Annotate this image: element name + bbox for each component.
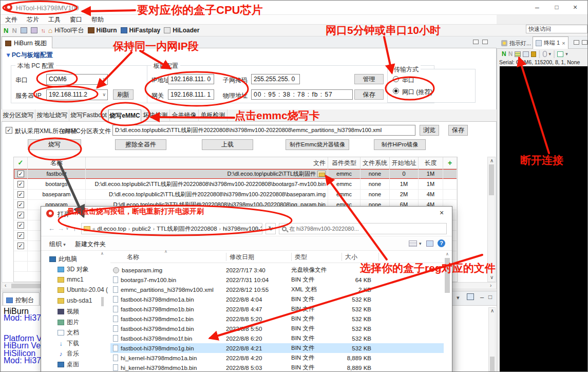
tab-hiburn-view[interactable]: HiBurn 视图 <box>2 36 52 48</box>
table-row-bootargs[interactable]: ✓ bootargs D:\dl.ecoo.top\public2\TTL线刷固… <box>14 179 457 190</box>
netmask-input[interactable]: 255.255.255. 0 <box>251 74 300 84</box>
board-config-icon[interactable] <box>31 27 37 33</box>
sidebar-item-this-pc[interactable]: 此电脑 <box>49 255 77 264</box>
browse-file-icon[interactable] <box>317 171 326 177</box>
col-file[interactable]: 文件 <box>86 157 328 169</box>
tab-partition-burn[interactable]: 按分区烧写 <box>2 109 35 122</box>
row-checkbox[interactable]: ✓ <box>17 181 24 188</box>
row-checkbox[interactable]: ✓ <box>17 243 24 249</box>
save-partition-button[interactable]: 保存 <box>448 125 468 136</box>
minimize-view-icon[interactable] <box>473 40 479 44</box>
manage-button[interactable]: 管理 <box>354 74 384 84</box>
connect-icon[interactable]: N <box>502 50 506 58</box>
crumb-item[interactable]: dl.ecoo.top <box>98 226 126 232</box>
erase-all-button[interactable]: 擦除全器件 <box>115 139 166 150</box>
transfer-icon[interactable]: ↑↓ <box>41 27 45 33</box>
sidebar-item-documents[interactable]: 文档 <box>58 328 79 337</box>
hiburn-button[interactable]: HiBurn <box>88 27 117 34</box>
disconnect-icon[interactable]: N <box>508 50 513 58</box>
tab-address-burn[interactable]: 按地址烧写 <box>35 109 69 122</box>
clear-screen-icon[interactable] <box>523 51 529 57</box>
sidebar-item-pictures[interactable]: 图片 <box>58 318 79 327</box>
col-size[interactable]: 大小 <box>345 253 357 262</box>
view-dropdown-icon[interactable]: ▾ <box>419 241 422 246</box>
sidebar-item-videos[interactable]: 视频 <box>58 307 79 316</box>
sidebar-item-music[interactable]: ♪音乐 <box>58 349 79 358</box>
maximize-console-icon[interactable]: □ <box>488 293 492 301</box>
tab-console[interactable]: 控制台 <box>3 292 40 306</box>
xml-path-checkbox[interactable]: ✓ <box>6 127 12 134</box>
new-folder-button[interactable]: 新建文件夹 <box>75 240 106 249</box>
close-button[interactable]: × <box>567 2 583 12</box>
sidebar-item-desktop[interactable]: 桌面 <box>58 360 79 369</box>
sidebar-scroll-up-icon[interactable]: ∧ <box>101 251 104 256</box>
view-mode-icon[interactable] <box>409 240 417 247</box>
scroll-up-icon[interactable]: ∧ <box>490 308 494 313</box>
sidebar-scroll-thumb[interactable] <box>101 297 104 306</box>
menu-file[interactable]: 文件 <box>1 15 22 25</box>
maximize-view-icon[interactable] <box>482 40 488 44</box>
preview-pane-icon[interactable] <box>426 240 433 247</box>
col-name[interactable]: 名称 <box>127 253 139 262</box>
close-tab-icon[interactable]: × <box>562 40 565 46</box>
console-scrollbar[interactable]: ∧ <box>488 307 496 371</box>
tab-merge-image[interactable]: 合并镜像 <box>170 109 199 122</box>
tab-badblock-check[interactable]: 坏块检测 <box>141 109 170 122</box>
scroll-down-icon[interactable]: ∨ <box>490 274 494 280</box>
menu-tools[interactable]: 工具 <box>44 15 65 25</box>
minimize-console-icon[interactable]: – <box>480 293 484 301</box>
network-radio[interactable] <box>393 88 399 94</box>
col-date[interactable]: 修改日期 <box>230 253 254 262</box>
col-name[interactable]: 名称 <box>28 157 86 169</box>
col-type[interactable]: 类型 <box>295 253 307 262</box>
menu-chip[interactable]: 芯片 <box>22 15 44 25</box>
mac-input[interactable]: 00 : 95 : 38 : 78 : fb : 57 <box>251 89 353 100</box>
check-all-icon[interactable]: ✓ <box>18 159 24 166</box>
menu-help[interactable]: 帮助 <box>87 15 108 25</box>
open-console-icon[interactable] <box>467 293 474 300</box>
breadcrumb[interactable]: « dl.ecoo.top › public2 › TTL线刷固件2022080… <box>81 223 262 234</box>
file-row[interactable]: hi_kernel-hi3798mdmo1b.bin2022/8/8 5:03B… <box>110 363 444 372</box>
list-scroll-up-icon[interactable]: ∧ <box>446 252 449 256</box>
row-checkbox[interactable]: ✓ <box>17 232 24 239</box>
make-hipro-image-button[interactable]: 制作HiPro镜像 <box>374 139 426 150</box>
scroll-left-icon[interactable]: ‹ <box>5 283 6 288</box>
col-fs[interactable]: 文件系统 <box>361 157 390 169</box>
browse-button[interactable]: 浏览 <box>420 125 439 136</box>
col-length[interactable]: 长度 <box>419 157 443 169</box>
make-emmc-image-button[interactable]: 制作Emmc烧片器镜像 <box>286 139 349 150</box>
scroll-up-icon[interactable]: ∧ <box>490 158 494 163</box>
disconnect-icon[interactable]: N <box>12 27 16 34</box>
row-checkbox[interactable]: ✓ <box>17 212 24 218</box>
minimize-panel-icon[interactable] <box>574 40 579 45</box>
quick-access-input[interactable]: 快速访问 <box>526 25 587 33</box>
table-row-baseparam[interactable]: ✓ baseparam D:\dl.ecoo.top\public2\TTL线刷… <box>14 190 457 200</box>
file-row[interactable]: emmc_partitions_hi3798mv100.xml2022/8/12… <box>110 285 444 294</box>
upload-button[interactable]: 上载 <box>202 139 253 150</box>
console-menu-icon[interactable]: ▾ <box>457 294 460 301</box>
col-start[interactable]: 开始地址 <box>390 157 419 169</box>
pc-config-icon[interactable] <box>21 27 27 33</box>
maximize-panel-icon[interactable] <box>582 40 587 45</box>
row-checkbox[interactable]: ✓ <box>17 222 24 229</box>
sidebar-item-ubuntu[interactable]: Ubuntu-20.04 ( <box>58 286 108 293</box>
file-row[interactable]: hi_kernel-hi3798mdmo1a.bin2022/8/8 4:20B… <box>110 353 444 363</box>
minimize-button[interactable]: – <box>529 2 545 12</box>
forward-icon[interactable]: → <box>58 225 64 232</box>
sidebar-item-usb[interactable]: usb-sda1 <box>58 297 92 304</box>
scroll-thumb[interactable] <box>489 164 494 195</box>
scroll-right-icon[interactable]: › <box>490 283 491 288</box>
sidebar-item-mmc1[interactable]: mmc1 <box>58 276 84 283</box>
help-icon[interactable]: ? <box>438 239 445 247</box>
lock-icon[interactable] <box>531 51 536 57</box>
log-settings-icon[interactable] <box>515 51 521 57</box>
refresh-button[interactable]: 刷新 <box>113 89 134 100</box>
history-icon[interactable]: ∨ <box>66 226 69 231</box>
address-dropdown-icon[interactable]: ∨ <box>256 226 259 231</box>
mouse-mode-icon[interactable] <box>543 51 547 57</box>
row-checkbox[interactable]: ✓ <box>17 191 24 198</box>
list-scroll-thumb[interactable] <box>445 258 450 293</box>
tab-fastboot-burn[interactable]: 烧写Fastboot <box>69 109 108 122</box>
table-row-fastboot[interactable]: ✓ fastboot D:\dl.ecoo.top\public2\TTL线刷固… <box>14 169 457 179</box>
tab-terminal-1[interactable]: 终端 1 × <box>533 36 568 49</box>
